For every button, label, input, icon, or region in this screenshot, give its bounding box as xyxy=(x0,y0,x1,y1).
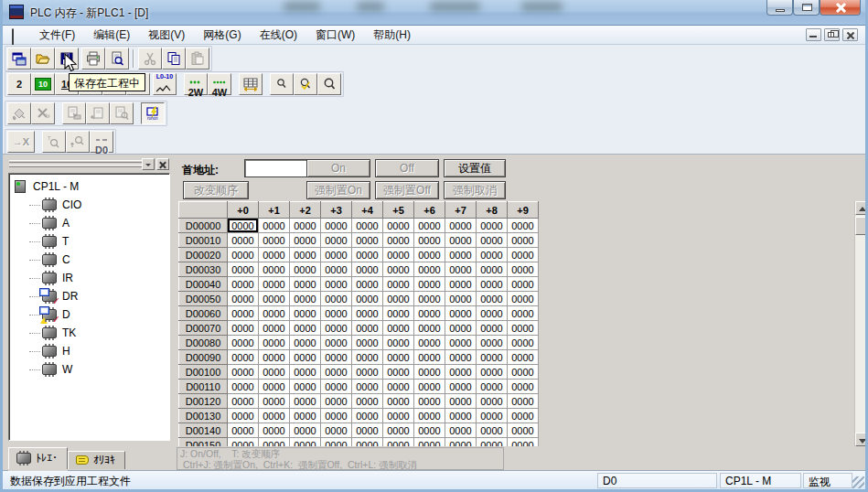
memory-cell[interactable]: 0000 xyxy=(290,409,321,423)
row-header[interactable]: D00010 xyxy=(179,233,228,248)
mdi-restore-button[interactable] xyxy=(824,28,840,41)
tree-item-a[interactable]: A xyxy=(9,214,169,232)
memory-cell[interactable]: 0000 xyxy=(445,380,477,394)
memory-cell[interactable]: 0000 xyxy=(414,233,445,248)
memory-cell[interactable]: 0000 xyxy=(414,292,445,306)
memory-cell[interactable]: 0000 xyxy=(352,321,383,336)
memory-cell[interactable]: 0000 xyxy=(508,233,539,248)
memory-cell[interactable]: 0000 xyxy=(259,321,290,336)
memory-cell[interactable]: 0000 xyxy=(259,350,290,365)
force-cancel-button[interactable]: 强制取消 xyxy=(444,181,506,199)
row-header[interactable]: D00050 xyxy=(179,292,228,306)
col-header[interactable]: +5 xyxy=(383,202,414,219)
memory-cell[interactable]: 0000 xyxy=(321,248,352,262)
menu-help[interactable]: 帮助(H) xyxy=(364,26,420,45)
memory-cell[interactable]: 0000 xyxy=(414,321,445,336)
memory-cell[interactable]: 0000 xyxy=(414,350,445,365)
memory-cell[interactable]: 0000 xyxy=(228,365,259,380)
row-header[interactable]: D00070 xyxy=(179,321,228,336)
memory-cell[interactable]: 0000 xyxy=(228,336,259,350)
memory-cell[interactable]: 0000 xyxy=(321,306,352,321)
memory-cell[interactable]: 0000 xyxy=(477,365,508,380)
memory-cell[interactable]: 0000 xyxy=(352,365,383,380)
vertical-scrollbar[interactable] xyxy=(854,201,868,446)
memory-cell[interactable]: 0000 xyxy=(445,262,477,277)
col-header[interactable]: +4 xyxy=(352,202,383,219)
memory-cell[interactable]: 0000 xyxy=(352,380,383,394)
set-value-button[interactable]: 设置值 xyxy=(444,159,506,177)
memory-cell[interactable]: 0000 xyxy=(508,350,539,365)
memory-cell[interactable]: 0000 xyxy=(259,336,290,350)
force-scan-button[interactable] xyxy=(66,131,90,153)
compare-with-plc-button[interactable] xyxy=(110,102,134,124)
memory-cell[interactable]: 0000 xyxy=(383,350,414,365)
memory-cell[interactable]: 0000 xyxy=(383,409,414,423)
memory-cell[interactable]: 0000 xyxy=(477,292,508,306)
col-header[interactable]: +6 xyxy=(414,202,445,219)
two-word-button[interactable]: 2W xyxy=(184,73,208,95)
memory-cell[interactable]: 0000 xyxy=(477,438,508,447)
memory-cell[interactable]: 0000 xyxy=(508,262,539,277)
memory-cell[interactable]: 0000 xyxy=(477,380,508,394)
trend-monitor-button[interactable]: L0-10 xyxy=(153,73,177,95)
memory-cell[interactable]: 0000 xyxy=(414,380,445,394)
memory-cell[interactable]: 0000 xyxy=(383,277,414,292)
scroll-down-button[interactable] xyxy=(855,433,868,446)
close-button[interactable] xyxy=(820,0,861,16)
memory-cell[interactable]: 0000 xyxy=(290,350,321,365)
print-preview-button[interactable] xyxy=(105,48,129,70)
col-header[interactable]: +1 xyxy=(259,202,290,219)
force-on-button[interactable]: 强制置On xyxy=(306,181,370,199)
copy-button[interactable] xyxy=(162,48,186,70)
memory-cell[interactable]: 0000 xyxy=(508,423,539,438)
memory-cell[interactable]: 0000 xyxy=(477,219,508,233)
memory-cell[interactable]: 0000 xyxy=(321,394,352,409)
memory-cell[interactable]: 0000 xyxy=(414,409,445,423)
memory-cell[interactable]: 0000 xyxy=(290,394,321,409)
zoom-out-button[interactable] xyxy=(270,73,294,95)
force-off-button[interactable]: 强制置Off xyxy=(375,181,439,199)
memory-cell[interactable]: 0000 xyxy=(477,394,508,409)
memory-cell[interactable]: 0000 xyxy=(290,438,321,447)
tab-memory[interactable]: ﾄﾚｴ･ xyxy=(8,447,68,469)
row-header[interactable]: D00090 xyxy=(179,350,228,365)
column-width-button[interactable] xyxy=(239,73,263,95)
memory-cell[interactable]: 0000 xyxy=(352,219,383,233)
memory-cell[interactable]: 0000 xyxy=(290,233,321,248)
memory-cell[interactable]: 0000 xyxy=(508,438,539,447)
row-header[interactable]: D00100 xyxy=(179,365,228,380)
new-view-button[interactable] xyxy=(7,48,31,70)
scroll-up-button[interactable] xyxy=(855,201,868,215)
memory-cell[interactable]: 0000 xyxy=(321,336,352,350)
memory-cell[interactable]: 0000 xyxy=(383,248,414,262)
mdi-close-button[interactable] xyxy=(842,28,858,41)
memory-cell[interactable]: 0000 xyxy=(321,409,352,423)
memory-cell[interactable]: 0000 xyxy=(477,233,508,248)
row-header[interactable]: D00130 xyxy=(179,409,228,423)
memory-cell[interactable]: 0000 xyxy=(228,248,259,262)
memory-cell[interactable]: 0000 xyxy=(290,248,321,262)
scrollbar-thumb[interactable] xyxy=(855,217,868,235)
memory-cell[interactable]: 0000 xyxy=(352,350,383,365)
memory-cell[interactable]: 0000 xyxy=(414,277,445,292)
memory-cell[interactable]: 0000 xyxy=(228,277,259,292)
memory-cell[interactable]: 0000 xyxy=(321,423,352,438)
row-header[interactable]: D00040 xyxy=(179,277,228,292)
memory-cell[interactable]: 0000 xyxy=(383,336,414,350)
memory-cell[interactable]: 0000 xyxy=(259,394,290,409)
transfer-to-plc-button[interactable] xyxy=(62,102,86,124)
memory-cell[interactable]: 0000 xyxy=(352,409,383,423)
memory-cell[interactable]: 0000 xyxy=(445,233,477,248)
memory-cell[interactable]: 0000 xyxy=(352,438,383,447)
change-order-button[interactable]: 改变顺序 xyxy=(183,181,249,199)
memory-cell[interactable]: 0000 xyxy=(259,365,290,380)
memory-cell[interactable]: 0000 xyxy=(352,336,383,350)
memory-cell[interactable]: 0000 xyxy=(383,380,414,394)
memory-cell[interactable]: 0000 xyxy=(508,409,539,423)
memory-cell[interactable]: 0000 xyxy=(383,306,414,321)
tree-item-dr[interactable]: ✓DR xyxy=(9,287,169,305)
memory-cell[interactable]: 0000 xyxy=(290,336,321,350)
paste-button[interactable] xyxy=(186,48,209,70)
memory-cell[interactable]: 0000 xyxy=(445,438,477,447)
memory-cell[interactable]: 0000 xyxy=(352,233,383,248)
